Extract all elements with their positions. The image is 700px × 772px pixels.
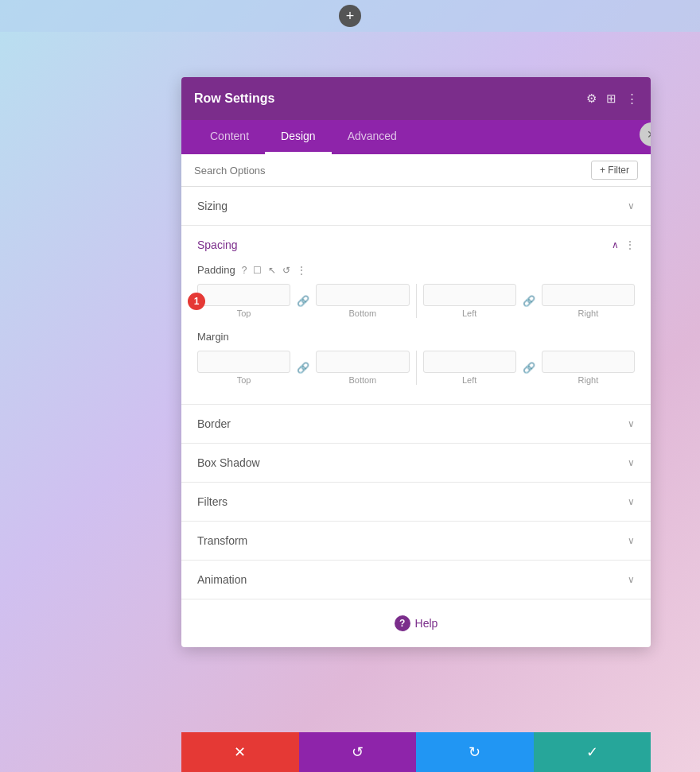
columns-icon[interactable]: ⊞ [606, 91, 616, 106]
box-shadow-section: Box Shadow ∨ [181, 444, 651, 483]
filter-button[interactable]: + Filter [591, 161, 638, 180]
undo-icon: ↺ [352, 743, 364, 761]
padding-left-input[interactable] [423, 284, 516, 306]
margin-top-group: Top [197, 351, 290, 385]
spacing-section: Spacing ∧ ⋮ Padding ? ☐ ↖ ↺ ⋮ 1 [181, 226, 651, 405]
transform-title: Transform [197, 534, 247, 547]
tab-design[interactable]: Design [265, 120, 332, 154]
border-header[interactable]: Border ∨ [181, 405, 651, 443]
padding-top-group: 0px Top [197, 284, 290, 318]
padding-left-group: Left [423, 284, 516, 318]
search-bar: + Filter [181, 154, 651, 187]
help-section[interactable]: ? Help [181, 599, 651, 647]
padding-bottom-input[interactable]: 0px [316, 284, 409, 306]
tab-advanced[interactable]: Advanced [332, 120, 413, 154]
cancel-button[interactable]: ✕ [181, 732, 299, 772]
filters-chevron-icon: ∨ [628, 496, 635, 507]
padding-right-link-icon[interactable]: 🔗 [523, 295, 535, 307]
padding-cursor-icon[interactable]: ↖ [268, 265, 276, 276]
padding-link-icon[interactable]: 🔗 [297, 295, 309, 307]
margin-left-right-pair: Left 🔗 Right [423, 351, 636, 385]
box-shadow-title: Box Shadow [197, 456, 260, 469]
margin-right-group: Right [542, 351, 635, 385]
animation-title: Animation [197, 573, 247, 586]
row-settings-panel: Row Settings ⚙ ⊞ ⋮ Content Design Advanc… [181, 77, 651, 647]
margin-top-input[interactable] [197, 351, 290, 373]
step-badge-1: 1 [188, 293, 205, 310]
border-section: Border ∨ [181, 405, 651, 444]
padding-left-right-pair: Left 🔗 Right [423, 284, 636, 318]
padding-more-icon[interactable]: ⋮ [297, 265, 306, 276]
margin-right-input[interactable] [542, 351, 635, 373]
spacing-header-icons: ∧ ⋮ [612, 239, 635, 250]
padding-reset-icon[interactable]: ↺ [282, 265, 290, 276]
cancel-icon: ✕ [234, 743, 246, 761]
margin-left-label: Left [462, 375, 476, 385]
margin-bottom-label: Bottom [348, 375, 376, 385]
padding-right-group: Right [542, 284, 635, 318]
settings-icon[interactable]: ⚙ [586, 91, 597, 106]
panel-title: Row Settings [194, 91, 274, 106]
tabs: Content Design Advanced [181, 120, 651, 154]
help-label: Help [415, 617, 438, 630]
padding-top-label: Top [237, 308, 251, 318]
border-title: Border [197, 417, 231, 430]
padding-inputs-row: 0px Top 🔗 0px Bottom Left [197, 284, 635, 318]
padding-top-bottom-pair: 0px Top 🔗 0px Bottom [197, 284, 410, 318]
transform-section: Transform ∨ [181, 522, 651, 561]
padding-divider [416, 284, 417, 318]
add-button[interactable]: + [339, 5, 361, 27]
padding-inputs-container: 1 0px Top 🔗 0px Bottom [197, 284, 635, 318]
padding-bottom-group: 0px Bottom [316, 284, 409, 318]
margin-bottom-input[interactable] [316, 351, 409, 373]
margin-left-input[interactable] [423, 351, 516, 373]
padding-left-label: Left [462, 308, 476, 318]
filters-title: Filters [197, 495, 228, 508]
margin-left-group: Left [423, 351, 516, 385]
transform-chevron-icon: ∨ [628, 535, 635, 546]
spacing-header[interactable]: Spacing ∧ ⋮ [181, 226, 651, 264]
spacing-title: Spacing [197, 239, 238, 251]
padding-label: Padding [197, 264, 235, 276]
tab-content[interactable]: Content [194, 120, 265, 154]
margin-divider [416, 351, 417, 385]
padding-top-input[interactable]: 0px [197, 284, 290, 306]
margin-bottom-group: Bottom [316, 351, 409, 385]
animation-header[interactable]: Animation ∨ [181, 561, 651, 599]
confirm-button[interactable]: ✓ [534, 732, 651, 772]
search-input[interactable] [194, 165, 591, 177]
padding-label-row: Padding ? ☐ ↖ ↺ ⋮ [197, 264, 635, 276]
box-shadow-chevron-icon: ∨ [628, 457, 635, 468]
spacing-more-icon[interactable]: ⋮ [625, 239, 635, 250]
margin-top-label: Top [237, 375, 251, 385]
padding-help-icon[interactable]: ? [242, 265, 247, 276]
margin-top-bottom-pair: Top 🔗 Bottom [197, 351, 410, 385]
sizing-title: Sizing [197, 200, 228, 212]
sizing-header[interactable]: Sizing ∨ [181, 187, 651, 225]
filters-section: Filters ∨ [181, 483, 651, 522]
confirm-icon: ✓ [586, 743, 598, 761]
margin-link-icon[interactable]: 🔗 [297, 362, 309, 374]
margin-right-link-icon[interactable]: 🔗 [523, 362, 535, 374]
animation-chevron-icon: ∨ [628, 574, 635, 585]
padding-right-input[interactable] [542, 284, 635, 306]
spacing-content: Padding ? ☐ ↖ ↺ ⋮ 1 0px Top 🔗 [181, 264, 651, 404]
sizing-section: Sizing ∨ [181, 187, 651, 226]
padding-mobile-icon[interactable]: ☐ [253, 265, 262, 276]
filters-header[interactable]: Filters ∨ [181, 483, 651, 521]
margin-label: Margin [197, 331, 635, 343]
panel-header: Row Settings ⚙ ⊞ ⋮ [181, 77, 651, 120]
panel-header-icons: ⚙ ⊞ ⋮ [586, 91, 638, 106]
margin-inputs-row: Top 🔗 Bottom Left 🔗 [197, 351, 635, 385]
more-icon[interactable]: ⋮ [626, 91, 638, 106]
undo-button[interactable]: ↺ [299, 732, 417, 772]
padding-bottom-label: Bottom [348, 308, 376, 318]
redo-button[interactable]: ↻ [416, 732, 534, 772]
border-chevron-icon: ∨ [628, 418, 635, 429]
transform-header[interactable]: Transform ∨ [181, 522, 651, 560]
margin-right-label: Right [578, 375, 599, 385]
redo-icon: ↻ [469, 743, 480, 761]
box-shadow-header[interactable]: Box Shadow ∨ [181, 444, 651, 482]
top-bar: + [0, 0, 700, 32]
spacing-chevron-icon: ∧ [612, 239, 619, 250]
